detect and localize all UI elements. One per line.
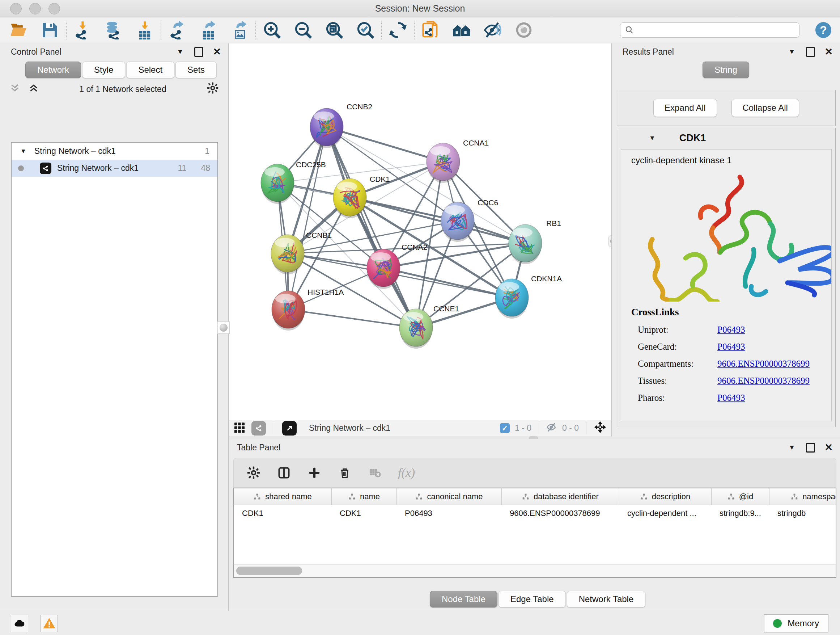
network-edge[interactable] (288, 310, 416, 328)
tab-sets[interactable]: Sets (175, 62, 217, 78)
selected-nodes-checkbox[interactable]: ✓ (500, 423, 510, 433)
crosslink-link[interactable]: 9606.ENSP00000378699 (717, 359, 810, 369)
collapse-panel-icon[interactable]: ▼ (789, 48, 796, 56)
crosslink-link[interactable]: P06493 (717, 393, 745, 403)
detach-view-icon[interactable] (282, 421, 297, 435)
float-panel-icon[interactable] (194, 47, 203, 57)
function-builder-icon[interactable]: f(x) (398, 466, 415, 480)
network-node[interactable]: CDC25B (261, 160, 326, 204)
search-text-field[interactable] (634, 25, 795, 35)
tab-select[interactable]: Select (126, 62, 174, 78)
hide-unhide-button[interactable] (483, 20, 503, 40)
delete-column-icon[interactable] (337, 465, 352, 480)
network-graph[interactable]: CCNB2CCNA1CDC25BCDK1CDC6RB1CCNB1CCNA2CDK… (229, 43, 611, 420)
column-header[interactable]: canonical name (397, 488, 502, 505)
import-network-from-database-button[interactable] (103, 20, 124, 40)
crosslink-link[interactable]: P06493 (717, 325, 745, 335)
tab-edge-table[interactable]: Edge Table (499, 591, 566, 608)
save-session-button[interactable] (40, 20, 60, 40)
column-header[interactable]: description (619, 488, 712, 505)
crosslink-link[interactable]: P06493 (717, 342, 745, 352)
show-columns-icon[interactable] (276, 465, 292, 480)
network-node[interactable]: HIST1H1A (272, 288, 344, 331)
network-node[interactable]: CDC6 (441, 198, 498, 242)
window-controls[interactable] (10, 3, 60, 14)
network-node[interactable]: CDK1 (333, 175, 390, 218)
add-column-icon[interactable] (307, 465, 322, 480)
scrollbar-thumb[interactable] (236, 567, 302, 575)
column-header[interactable]: database identifier (502, 488, 619, 505)
network-options-gear-icon[interactable] (207, 82, 219, 96)
network-view-share-icon[interactable] (251, 421, 266, 435)
help-button[interactable]: ? (815, 22, 831, 38)
collapse-all-button[interactable]: Collapse All (731, 99, 799, 117)
table-options-gear-icon[interactable] (246, 465, 261, 480)
expand-all-networks-icon[interactable] (9, 82, 20, 96)
network-node[interactable]: RB1 (508, 219, 561, 264)
hidden-eye-icon[interactable] (546, 422, 557, 435)
collection-expand-icon[interactable]: ▼ (20, 148, 27, 155)
import-table-button[interactable] (134, 20, 155, 40)
zoom-in-button[interactable] (262, 20, 282, 40)
column-header[interactable]: @id (712, 488, 769, 505)
crosslink-link[interactable]: 9606.ENSP00000378699 (717, 376, 810, 386)
network-edge[interactable] (384, 268, 512, 298)
network-node[interactable]: CDKN1A (495, 274, 562, 318)
search-input[interactable] (620, 22, 799, 38)
refresh-button[interactable] (388, 20, 408, 40)
export-table-button[interactable] (198, 20, 218, 40)
network-view-canvas[interactable]: CCNB2CCNA1CDC25BCDK1CDC6RB1CCNB1CCNA2CDK… (229, 43, 611, 420)
memory-button[interactable]: Memory (764, 614, 829, 632)
import-network-button[interactable] (73, 20, 93, 40)
zoom-selected-button[interactable] (355, 20, 376, 40)
column-header[interactable]: shared name (234, 488, 332, 505)
left-divider-handle[interactable] (218, 321, 230, 334)
pan-crosshair-icon[interactable] (594, 421, 607, 436)
tab-style[interactable]: Style (82, 62, 125, 78)
delete-table-icon[interactable] (368, 465, 383, 480)
entry-header[interactable]: ▼ CDK1 (617, 128, 835, 148)
entry-expand-icon[interactable]: ▼ (649, 134, 655, 142)
network-node[interactable]: CCNB1 (271, 231, 332, 274)
table-row[interactable]: CDK1CDK1P064939606.ENSP00000378699cyclin… (234, 505, 836, 522)
network-row[interactable]: String Network – cdk1 11 48 (11, 160, 218, 177)
close-window-button[interactable] (10, 3, 22, 14)
expand-all-button[interactable]: Expand All (653, 99, 717, 117)
export-image-button[interactable] (229, 20, 249, 40)
close-panel-icon[interactable]: ✕ (824, 443, 833, 453)
tab-network[interactable]: Network (25, 62, 81, 78)
crosslink-row: Uniprot:P06493 (631, 325, 821, 335)
home-networks-button[interactable] (452, 20, 472, 40)
grid-view-icon[interactable] (233, 421, 246, 435)
float-panel-icon[interactable] (806, 443, 815, 453)
column-header[interactable]: namespace (769, 488, 836, 505)
close-panel-icon[interactable]: ✕ (213, 47, 221, 57)
column-header[interactable]: name (332, 488, 397, 505)
network-edge[interactable] (327, 127, 416, 328)
collapse-panel-icon[interactable]: ▼ (177, 48, 184, 56)
string-import-button[interactable] (420, 20, 441, 40)
table-horizontal-scrollbar[interactable] (234, 564, 836, 577)
network-edge[interactable] (327, 127, 443, 162)
network-node[interactable]: CCNB2 (310, 103, 372, 148)
cloud-status-button[interactable] (11, 615, 28, 632)
export-network-button[interactable] (167, 20, 187, 40)
show-graphics-button[interactable] (514, 20, 534, 40)
close-panel-icon[interactable]: ✕ (824, 47, 833, 57)
zoom-window-button[interactable] (49, 3, 60, 14)
zoom-fit-button[interactable] (324, 20, 344, 40)
zoom-out-button[interactable] (293, 20, 313, 40)
open-session-button[interactable] (9, 20, 29, 40)
warning-status-button[interactable] (41, 615, 58, 632)
float-panel-icon[interactable] (806, 47, 815, 57)
tab-network-table[interactable]: Network Table (567, 591, 646, 608)
network-collection-row[interactable]: ▼ String Network – cdk1 1 (11, 143, 218, 160)
minimize-window-button[interactable] (29, 3, 41, 14)
tab-node-table[interactable]: Node Table (430, 591, 497, 608)
network-node[interactable]: CCNE1 (399, 304, 459, 348)
node-gloss-highlight (499, 282, 519, 291)
collapse-panel-icon[interactable]: ▼ (789, 443, 796, 451)
node-table[interactable]: shared namenamecanonical namedatabase id… (233, 488, 836, 578)
tab-string[interactable]: String (703, 62, 749, 78)
collapse-all-networks-icon[interactable] (28, 82, 39, 96)
